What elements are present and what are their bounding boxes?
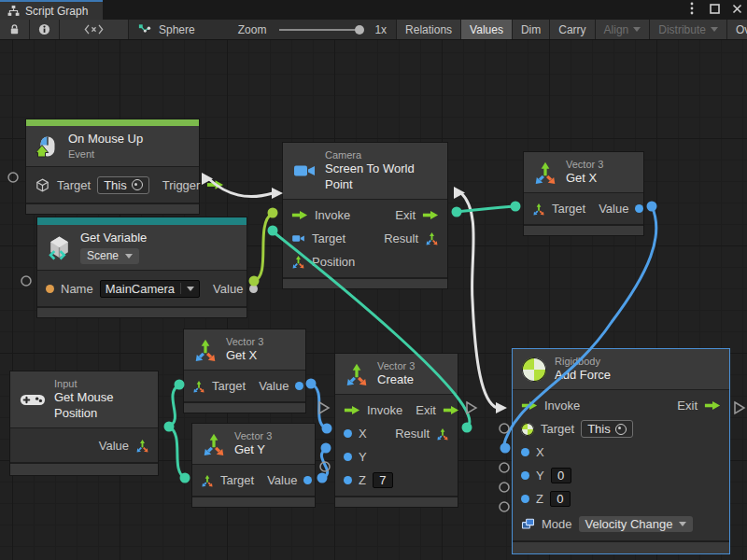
vector3-icon [533,161,557,185]
x-port-label: X [359,427,367,441]
vector3-port-icon[interactable] [436,427,449,441]
tab-script-graph[interactable]: Script Graph [0,0,103,20]
gameobject-cube-icon[interactable] [35,177,50,193]
z-input-port[interactable] [344,476,352,484]
object-picker-icon[interactable] [615,424,627,435]
vector3-port-icon[interactable] [192,380,205,393]
node-on-mouse-up[interactable]: On Mouse Up Event Target This Trigger [25,119,200,215]
collapse-values-button[interactable] [60,20,129,39]
result-port-label: Result [384,231,418,245]
node-footer [10,462,158,475]
align-button[interactable]: Align [596,20,651,39]
z-value-field[interactable]: 0 [550,491,571,507]
port-row: Mode Velocity Change [513,511,729,537]
tab-title: Script Graph [25,5,88,18]
value-port-label: Value [213,282,243,296]
port-row: Target Value [184,374,305,398]
graph-asset-icon [138,23,151,36]
y-value-field[interactable]: 0 [551,468,571,483]
values-button[interactable]: Values [461,20,513,39]
x-input-port[interactable] [344,429,352,438]
target-port-label: Target [552,202,585,216]
node-vector3-get-x-top[interactable]: Vector 3 Get X Target Value [523,151,644,236]
info-button[interactable] [30,20,60,39]
node-title: Get X [226,348,263,364]
port-row: Target Value [192,469,315,492]
invoke-flow-icon[interactable] [344,405,360,415]
node-vector3-get-x-mid[interactable]: Vector 3 Get X Target Value [183,329,306,413]
target-port-label: Target [212,379,246,393]
zoom-slider[interactable] [279,29,361,31]
mode-value: Velocity Change [585,517,673,531]
relations-button[interactable]: Relations [397,20,461,39]
dim-button[interactable]: Dim [513,20,550,39]
scope-caret-icon [125,254,133,259]
name-port-label: Name [61,282,93,296]
port-row: Value [10,432,158,458]
window-menu-icon[interactable] [685,2,698,15]
vector3-port-icon[interactable] [135,439,149,453]
vector3-port-icon[interactable] [425,231,439,245]
target-object-picker[interactable]: This [97,176,149,194]
mode-port-label: Mode [542,517,572,531]
target-object-picker[interactable]: This [581,420,633,438]
invoke-flow-icon[interactable] [291,210,308,220]
zoom-value: 1x [374,23,387,36]
vector3-port-icon[interactable] [201,474,214,487]
zoom-slider-knob[interactable] [355,25,364,35]
port-row: Position [283,250,447,273]
mode-dropdown[interactable]: Velocity Change [579,516,694,532]
variable-scope-dropdown[interactable]: Scene [80,248,139,265]
node-category: Input [54,377,148,390]
trigger-flow-icon[interactable] [206,179,224,190]
enum-mode-icon[interactable] [521,517,535,531]
rigidbody-port-icon[interactable] [521,423,534,436]
node-screen-to-world-point[interactable]: Camera Screen To World Point Invoke Exit [282,142,448,289]
exit-flow-icon[interactable] [443,405,459,415]
node-subtitle: Event [68,147,143,161]
node-title: Get Y [234,442,272,458]
node-vector3-create[interactable]: Vector 3 Create Invoke Exit X Result [334,353,458,508]
port-row: X Result [335,422,458,445]
vector3-port-icon[interactable] [532,203,545,216]
exit-flow-icon[interactable] [422,210,439,220]
value-output-port[interactable] [635,204,643,213]
node-category: Vector 3 [234,429,272,442]
object-picker-icon[interactable] [132,179,143,190]
value-output-port[interactable] [295,382,303,390]
node-vector3-get-y[interactable]: Vector 3 Get Y Target Value [191,423,316,508]
invoke-port-label: Invoke [544,399,580,413]
node-title: Add Force [555,368,611,384]
y-port-label: Y [536,469,544,483]
node-category: Vector 3 [377,359,415,372]
camera-port-icon[interactable] [291,231,305,245]
angle-brackets-x-icon [84,24,104,35]
name-input-port[interactable] [46,285,54,293]
y-input-port[interactable] [521,471,529,480]
lock-button[interactable] [0,20,30,39]
relations-label: Relations [405,23,452,36]
node-footer [283,277,447,288]
z-value-field[interactable]: 7 [373,472,393,488]
port-row: Invoke Exit [513,394,729,417]
node-title: Get Mouse Position [54,390,148,422]
invoke-flow-icon[interactable] [521,400,538,411]
y-input-port[interactable] [344,453,352,461]
overview-button[interactable]: Overview [727,20,747,39]
window-close-icon[interactable] [730,2,743,15]
vector3-port-icon[interactable] [291,255,305,269]
node-add-force[interactable]: Rigidbody Add Force Invoke Exit Target [512,348,730,554]
value-output-port[interactable] [303,476,312,484]
port-row: Z 0 [513,487,729,511]
z-input-port[interactable] [521,495,529,503]
align-caret-icon [633,27,641,32]
node-get-variable[interactable]: Get Variable Scene Name MainCamera Value [36,217,247,318]
distribute-button[interactable]: Distribute [650,20,727,39]
carry-button[interactable]: Carry [550,20,595,39]
node-get-mouse-position[interactable]: Input Get Mouse Position Value [9,371,159,476]
script-graph-window: Script Graph [0,0,747,560]
window-maximize-icon[interactable] [708,2,721,15]
x-input-port[interactable] [521,448,529,456]
exit-flow-icon[interactable] [704,400,721,411]
variable-name-dropdown[interactable]: MainCamera [100,280,200,298]
